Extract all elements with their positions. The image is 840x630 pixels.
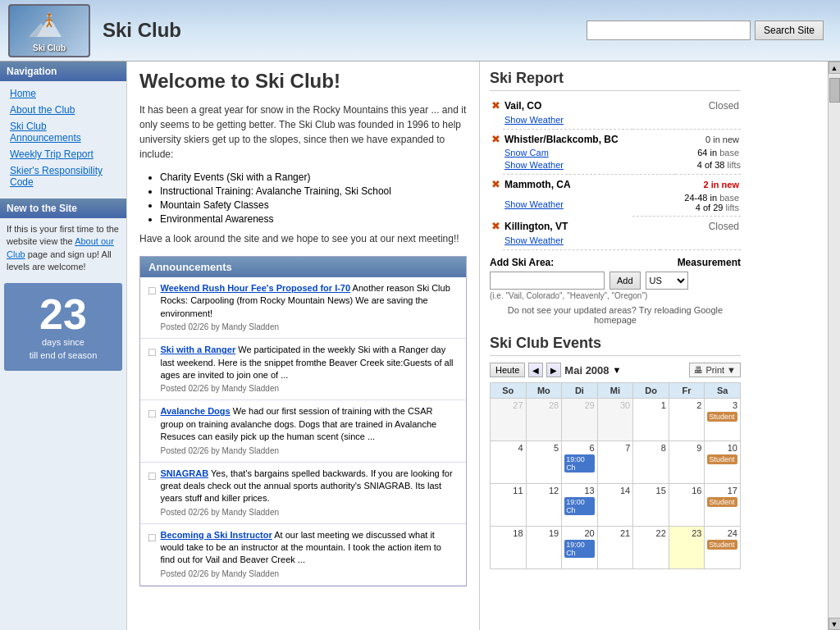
cal-day-num: 24 bbox=[707, 528, 737, 538]
sidebar-item-responsibility[interactable]: Skier's Responsibility Code bbox=[0, 162, 126, 190]
ski-location-weather-row: Show Weather bbox=[490, 113, 741, 130]
calendar-week-row: 18 19 2019:00 Ch 21 22 23 24Student bbox=[491, 527, 741, 569]
cal-day-num: 27 bbox=[493, 400, 523, 410]
show-weather-link[interactable]: Show Weather bbox=[504, 235, 564, 245]
snow-new: 0 in bbox=[705, 135, 723, 144]
cal-day-num: 22 bbox=[636, 528, 666, 538]
cal-day[interactable]: 10Student bbox=[705, 441, 741, 484]
cal-day[interactable]: 30 bbox=[597, 399, 633, 441]
scroll-down-arrow[interactable]: ▼ bbox=[829, 618, 841, 630]
nav-section-header: Navigation bbox=[0, 62, 126, 81]
announcement-icon: □ bbox=[148, 468, 155, 518]
cal-day[interactable]: 4 bbox=[491, 441, 527, 484]
search-button[interactable]: Search Site bbox=[755, 21, 824, 40]
show-weather-link[interactable]: Show Weather bbox=[504, 115, 564, 125]
cal-day[interactable]: 15 bbox=[633, 484, 669, 527]
cal-day[interactable]: 27 bbox=[491, 399, 527, 441]
cal-day[interactable]: 7 bbox=[597, 441, 633, 484]
sidebar-item-about[interactable]: About the Club bbox=[0, 102, 126, 118]
cal-day[interactable]: 11 bbox=[491, 484, 527, 527]
cal-day[interactable]: 16 bbox=[669, 484, 705, 527]
location-status: Closed bbox=[632, 98, 741, 113]
cal-prev-button[interactable]: ◀ bbox=[528, 363, 543, 377]
cal-day[interactable]: 1319:00 Ch bbox=[562, 484, 598, 527]
cal-day-num: 18 bbox=[493, 528, 523, 538]
cal-day[interactable]: 29 bbox=[562, 399, 598, 441]
cal-day-num: 14 bbox=[600, 486, 631, 495]
announcement-content: Avalanche Dogs We had our first session … bbox=[160, 405, 458, 456]
scroll-up-arrow[interactable]: ▲ bbox=[829, 62, 841, 74]
header: Ski Club Ski Club Search Site bbox=[0, 0, 840, 62]
announcement-link[interactable]: Becoming a Ski Instructor bbox=[160, 530, 272, 540]
cal-day[interactable]: 3Student bbox=[705, 399, 741, 441]
add-area-button[interactable]: Add bbox=[609, 272, 641, 290]
announcement-meta: Posted 02/26 by Mandy Sladden bbox=[160, 445, 458, 457]
content-area: Welcome to Ski Club! It has been a great… bbox=[127, 62, 828, 630]
print-label: Print bbox=[705, 365, 724, 375]
ski-report-table: ✖ Killington, VT Closed Show Weather bbox=[490, 218, 741, 250]
cal-day-num: 3 bbox=[707, 400, 737, 410]
print-dropdown-icon: ▼ bbox=[727, 365, 736, 375]
heute-button[interactable]: Heute bbox=[490, 363, 525, 377]
cal-next-button[interactable]: ▶ bbox=[546, 363, 561, 377]
add-area-input[interactable] bbox=[490, 272, 605, 290]
page-title: Welcome to Ski Club! bbox=[139, 70, 467, 93]
print-button[interactable]: 🖶 Print ▼ bbox=[689, 363, 741, 377]
cal-day cal-today[interactable]: 23 bbox=[669, 527, 705, 569]
ski-report-table: ✖ Vail, CO Closed Show Weather bbox=[490, 98, 741, 130]
show-weather-link[interactable]: Show Weather bbox=[504, 199, 564, 209]
cal-day-num: 4 bbox=[493, 443, 523, 453]
cal-day[interactable]: 8 bbox=[633, 441, 669, 484]
cal-day[interactable]: 21 bbox=[597, 527, 633, 569]
cal-day[interactable]: 18 bbox=[491, 527, 527, 569]
ski-location-weather-row: Show Weather bbox=[490, 234, 741, 250]
sidebar: Navigation Home About the Club Ski Club … bbox=[0, 62, 127, 630]
cal-day[interactable]: 1 bbox=[633, 399, 669, 441]
announcement-item: □ Becoming a Ski Instructor At our last … bbox=[140, 524, 466, 586]
cal-day[interactable]: 12 bbox=[526, 484, 562, 527]
announcement-link[interactable]: Ski with a Ranger bbox=[160, 345, 235, 354]
announcement-item: □ SNIAGRAB Yes, that's bargains spelled … bbox=[140, 463, 466, 524]
announcement-link[interactable]: SNIAGRAB bbox=[160, 468, 208, 478]
sidebar-item-home[interactable]: Home bbox=[0, 85, 126, 102]
cal-day-num: 11 bbox=[493, 486, 523, 495]
ski-location-weather-row: Show Weather 4 of 38 lifts bbox=[490, 158, 741, 175]
calendar-month-dropdown[interactable]: ▼ bbox=[613, 365, 622, 375]
cal-day-num: 30 bbox=[600, 400, 631, 410]
announcement-meta: Posted 02/26 by Mandy Sladden bbox=[160, 507, 458, 518]
area-hint: (i.e. "Vail, Colorado", "Heavenly", "Ore… bbox=[490, 291, 741, 300]
cal-day[interactable]: 17Student bbox=[705, 484, 741, 527]
cal-day[interactable]: 619:00 Ch bbox=[562, 441, 598, 484]
announcement-link[interactable]: Avalanche Dogs bbox=[160, 406, 230, 416]
measurement-select[interactable]: US Metric bbox=[646, 272, 688, 290]
announcement-meta: Posted 02/26 by Mandy Sladden bbox=[160, 322, 458, 333]
cal-day[interactable]: 5 bbox=[526, 441, 562, 484]
cal-day[interactable]: 22 bbox=[633, 527, 669, 569]
cal-day-header: Mi bbox=[597, 383, 633, 399]
sidebar-item-announcements[interactable]: Ski Club Announcements bbox=[0, 118, 126, 146]
ski-report-table: ✖ Mammoth, CA 2 in new Show Weather 24-4… bbox=[490, 176, 741, 217]
cal-day[interactable]: 28 bbox=[526, 399, 562, 441]
announcement-content: Weekend Rush Hour Fee's Proposed for I-7… bbox=[160, 282, 458, 333]
show-weather-link[interactable]: Show Weather bbox=[504, 160, 564, 170]
search-input[interactable] bbox=[587, 21, 751, 40]
calendar-header: Heute ◀ ▶ Mai 2008 ▼ 🖶 Print ▼ bbox=[490, 363, 741, 377]
scroll-track bbox=[829, 74, 841, 618]
scroll-thumb[interactable] bbox=[829, 78, 840, 103]
cal-day[interactable]: 14 bbox=[597, 484, 633, 527]
sidebar-item-trip-report[interactable]: Weekly Trip Report bbox=[0, 146, 126, 162]
ski-location-row: ✖ Whistler/Blackcomb, BC 0 in new bbox=[490, 131, 741, 147]
announcement-link[interactable]: Weekend Rush Hour Fee's Proposed for I-7… bbox=[160, 283, 350, 293]
cal-day[interactable]: 24Student bbox=[705, 527, 741, 569]
announcement-icon: □ bbox=[148, 283, 155, 333]
cal-day[interactable]: 2019:00 Ch bbox=[562, 527, 598, 569]
scrollbar[interactable]: ▲ ▼ bbox=[828, 62, 840, 630]
logo-text: Ski Club bbox=[29, 43, 70, 52]
reload-hint: Do not see your updated areas? Try reloa… bbox=[490, 305, 741, 325]
cal-event: Student bbox=[707, 454, 737, 464]
cal-day-num: 28 bbox=[529, 400, 559, 410]
cal-day[interactable]: 19 bbox=[526, 527, 562, 569]
cal-day[interactable]: 9 bbox=[669, 441, 705, 484]
cal-day[interactable]: 2 bbox=[669, 399, 705, 441]
snow-cam-link[interactable]: Snow Cam bbox=[504, 148, 549, 158]
